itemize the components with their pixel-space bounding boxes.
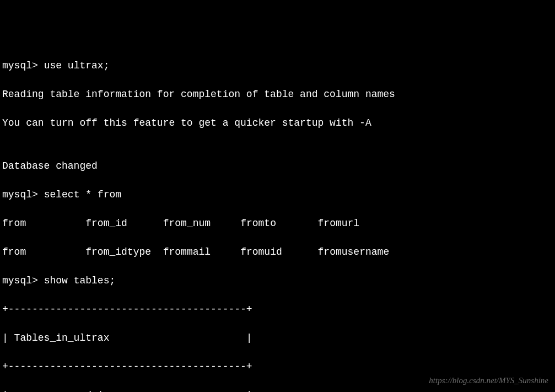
command-text[interactable]: use ultrax;: [44, 60, 110, 71]
command-text[interactable]: show tables;: [44, 275, 116, 286]
completion-item: fromto: [240, 218, 276, 229]
completion-item: frommail: [163, 246, 211, 257]
mysql-prompt: mysql>: [2, 275, 38, 286]
completion-item: from_id: [85, 218, 127, 229]
terminal-output: Database changed: [2, 159, 553, 173]
mysql-prompt: mysql>: [2, 189, 38, 200]
completion-item: from_num: [163, 218, 211, 229]
completion-item: from: [2, 246, 26, 257]
table-border: +---------------------------------------…: [2, 359, 553, 374]
table-header: | Tables_in_ultrax |: [2, 331, 553, 345]
completion-item: fromurl: [318, 218, 360, 229]
terminal-line: mysql> use ultrax;: [2, 58, 553, 73]
completion-item: fromuid: [240, 246, 282, 257]
mysql-prompt: mysql>: [2, 60, 38, 71]
command-text[interactable]: select * from: [44, 189, 121, 200]
completion-item: fromusername: [318, 246, 390, 257]
completion-row: from from_id from_num fromto fromurl: [2, 216, 553, 230]
completion-item: from_idtype: [85, 246, 151, 257]
terminal-output: Reading table information for completion…: [2, 87, 553, 101]
terminal-line: mysql> show tables;: [2, 273, 553, 288]
completion-row: from from_idtype frommail fromuid fromus…: [2, 245, 553, 259]
table-row: | pre_common_admincp_cmenu |: [2, 388, 553, 392]
completion-item: from: [2, 218, 26, 229]
watermark-text: https://blog.csdn.net/MYS_Sunshine: [429, 373, 548, 388]
terminal-output: You can turn off this feature to get a q…: [2, 116, 553, 130]
terminal-line: mysql> select * from: [2, 187, 553, 202]
table-border: +---------------------------------------…: [2, 302, 553, 316]
